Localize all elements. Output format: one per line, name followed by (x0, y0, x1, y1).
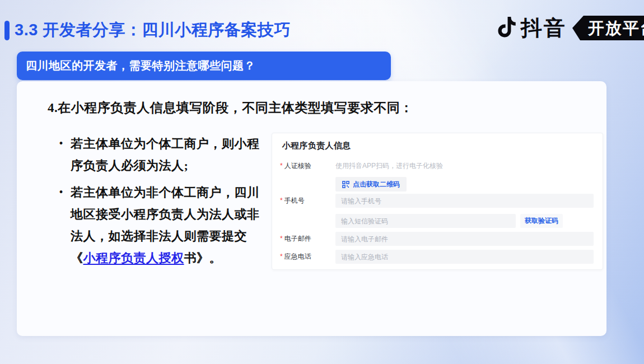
content-heading: 4.在小程序负责人信息填写阶段，不同主体类型填写要求不同： (48, 99, 413, 116)
phone-input[interactable] (335, 194, 594, 208)
emergency-phone-input[interactable] (335, 250, 594, 264)
bullet-marker: • (52, 133, 71, 176)
emergency-field (335, 250, 594, 264)
title-accent-bar (4, 21, 10, 40)
qrcode-icon (342, 181, 349, 188)
douyin-note-icon (493, 15, 519, 41)
bullet-marker: • (52, 181, 71, 269)
logo-wordmark: 抖音 (521, 14, 567, 43)
required-asterisk: * (280, 197, 283, 204)
verify-helper-text: 使用抖音APP扫码，进行电子化核验 (335, 159, 594, 173)
question-banner-text: 四川地区的开发者，需要特别注意哪些问题？ (26, 58, 255, 73)
authorization-letter-link[interactable]: 小程序负责人授权 (83, 251, 184, 265)
get-code-button[interactable]: 获取验证码 (520, 214, 563, 228)
form-row-email: *电子邮件 (280, 232, 594, 246)
page-title: 3.3 开发者分享：四川小程序备案技巧 (15, 19, 291, 41)
field-label-text: 手机号 (284, 197, 305, 204)
field-label: *手机号 (280, 194, 335, 208)
email-field (335, 232, 594, 246)
list-item: • 若主体单位为个体工商户，则小程序负责人必须为法人; (52, 133, 276, 176)
field-label: *应急电话 (280, 250, 335, 264)
bullet-list: • 若主体单位为个体工商户，则小程序负责人必须为法人; • 若主体单位为非个体工… (52, 133, 276, 274)
get-qrcode-button-label: 点击获取二维码 (353, 180, 400, 189)
slide-header: 3.3 开发者分享：四川小程序备案技巧 (0, 17, 291, 44)
open-platform-badge: 开放平台 (572, 16, 644, 40)
sms-code-input[interactable] (335, 214, 516, 228)
form-title: 小程序负责人信息 (282, 141, 351, 151)
slide-page: { "header": { "title": "3.3 开发者分享：四川小程序备… (0, 0, 644, 364)
field-label: *人证核验 (280, 159, 335, 173)
responsible-person-form: 小程序负责人信息 *人证核验 使用抖音APP扫码，进行电子化核验 (272, 133, 603, 270)
bullet-text-segment: 书》。 (184, 251, 222, 265)
content-card: 4.在小程序负责人信息填写阶段，不同主体类型填写要求不同： • 若主体单位为个体… (17, 81, 606, 336)
bullet-text: 若主体单位为非个体工商户，四川地区接受小程序负责人为法人或非法人，如选择非法人则… (71, 181, 264, 269)
sms-field: 获取验证码 (335, 214, 594, 228)
field-label-text: 应急电话 (284, 253, 311, 260)
phone-field (335, 194, 594, 208)
douyin-open-platform-logo: 抖音 开放平台 (493, 13, 644, 43)
required-asterisk: * (280, 253, 283, 260)
get-qrcode-button[interactable]: 点击获取二维码 (335, 177, 407, 192)
form-row-verify: *人证核验 使用抖音APP扫码，进行电子化核验 (280, 159, 594, 192)
required-asterisk: * (280, 235, 283, 242)
list-item: • 若主体单位为非个体工商户，四川地区接受小程序负责人为法人或非法人，如选择非法… (52, 181, 276, 269)
verify-field: 使用抖音APP扫码，进行电子化核验 点击获取二维码 (335, 159, 594, 192)
field-label-text: 电子邮件 (284, 235, 311, 242)
form-row-phone: *手机号 (280, 194, 594, 208)
question-banner: 四川地区的开发者，需要特别注意哪些问题？ (17, 52, 391, 80)
required-asterisk: * (280, 162, 283, 170)
bullet-text: 若主体单位为个体工商户，则小程序负责人必须为法人; (71, 133, 264, 176)
email-input[interactable] (335, 232, 594, 246)
form-row-sms-code: 获取验证码 (280, 214, 594, 228)
field-label: *电子邮件 (280, 232, 335, 246)
form-row-emergency: *应急电话 (280, 250, 594, 264)
field-label-text: 人证核验 (284, 162, 311, 170)
